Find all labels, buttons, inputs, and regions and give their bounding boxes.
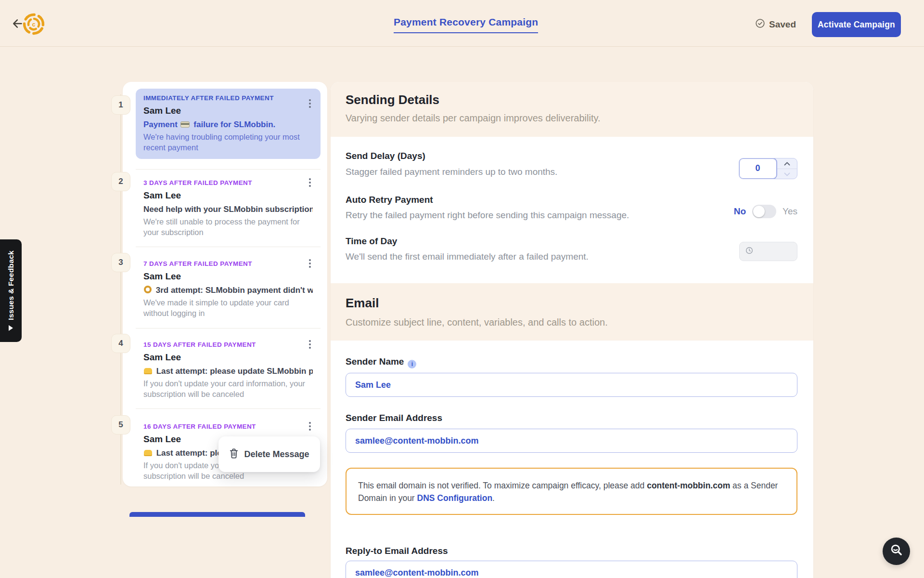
time-of-day-input[interactable]: [739, 242, 797, 261]
send-delay-stepper[interactable]: 0: [739, 158, 797, 179]
message-subject: Last attempt: please update SLMobbin pay…: [143, 367, 313, 376]
message-preview: We're having troubling completing your m…: [143, 132, 313, 153]
message-menu-kebab-icon[interactable]: [306, 176, 314, 189]
search-smile-icon: [889, 543, 904, 559]
email-section-subtitle: Customize subject line, content, variabl…: [346, 317, 608, 328]
message-subject: 3rd attempt: SLMobbin payment didn't wor…: [143, 286, 313, 295]
auto-retry-toggle[interactable]: [752, 205, 776, 218]
message-timing-label: 3 DAYS AFTER FAILED PAYMENT: [143, 179, 313, 186]
message-menu-kebab-icon[interactable]: [306, 420, 314, 433]
sender-email-input[interactable]: [346, 429, 797, 453]
step-number-badge-4: 4: [111, 334, 130, 353]
send-delay-label: Send Delay (Days): [346, 151, 425, 161]
card-divider: [136, 328, 321, 328]
delete-message-item[interactable]: Delete Message: [244, 449, 309, 460]
step-number-badge-5: 5: [111, 415, 130, 434]
warning-text: This email domain is not verified. To ma…: [358, 481, 647, 490]
auto-retry-control: No Yes: [734, 205, 797, 218]
message-sender-name: Sam Lee: [143, 105, 313, 116]
auto-retry-description: Retry the failed payment right before se…: [346, 210, 629, 221]
message-subject: Need help with your SLMobbin subscriptio…: [143, 205, 313, 214]
message-preview: We've made it simple to update your card…: [143, 298, 313, 319]
top-bar: c Payment Recovery Campaign Saved Activa…: [0, 0, 924, 47]
message-sender-name: Sam Lee: [143, 352, 313, 363]
message-menu-kebab-icon[interactable]: [306, 97, 314, 110]
card-divider: [136, 408, 321, 409]
time-of-day-description: We'll send the first email immediately a…: [346, 251, 589, 262]
message-timing-label: 16 DAYS AFTER FAILED PAYMENT: [143, 423, 313, 430]
issues-feedback-tab[interactable]: Issues & Feedback: [0, 239, 22, 342]
message-timeline-panel: IMMEDIATELY AFTER FAILED PAYMENTSam LeeP…: [123, 82, 327, 486]
feedback-arrow-icon: [9, 325, 13, 331]
domain-verification-warning: This email domain is not verified. To ma…: [346, 468, 797, 515]
issues-feedback-label: Issues & Feedback: [7, 250, 15, 320]
card-divider: [136, 169, 321, 170]
email-section-title: Email: [346, 296, 379, 311]
message-menu-kebab-icon[interactable]: [306, 338, 314, 351]
email-section-header: Email Customize subject line, content, v…: [331, 283, 813, 341]
message-preview: We're still unable to process the paymen…: [143, 217, 313, 238]
step-number-badge-2: 2: [111, 172, 130, 191]
message-timing-label: 7 DAYS AFTER FAILED PAYMENT: [143, 260, 313, 267]
activate-campaign-button[interactable]: Activate Campaign: [812, 12, 901, 37]
stepper-increment-button[interactable]: [777, 158, 797, 169]
chevron-up-icon: [784, 159, 790, 168]
saved-status: Saved: [755, 18, 796, 30]
send-delay-description: Stagger failed payment reminders up to t…: [346, 167, 557, 177]
dns-configuration-link[interactable]: DNS Configuration: [417, 493, 493, 503]
message-sender-name: Sam Lee: [143, 190, 313, 201]
warning-domain: content-mobbin.com: [647, 481, 730, 490]
message-timing-label: 15 DAYS AFTER FAILED PAYMENT: [143, 341, 313, 348]
auto-retry-label: Auto Retry Payment: [346, 195, 433, 205]
chevron-down-icon: [784, 170, 790, 178]
warning-text-3: .: [492, 493, 495, 503]
toggle-no-label[interactable]: No: [734, 206, 746, 217]
message-card-3[interactable]: 7 DAYS AFTER FAILED PAYMENTSam Lee 3rd a…: [136, 254, 321, 325]
life-buoy-emoji: [144, 286, 152, 293]
raised-hands-emoji: [144, 450, 152, 456]
step-number-badge-1: 1: [111, 95, 130, 115]
trash-icon: [229, 448, 239, 460]
company-logo-icon[interactable]: c: [22, 13, 45, 36]
help-button[interactable]: [883, 538, 910, 565]
saved-status-label: Saved: [769, 19, 796, 30]
toggle-knob: [753, 206, 765, 217]
sender-name-label: Sender Namei: [346, 356, 416, 368]
message-menu-kebab-icon[interactable]: [306, 257, 314, 270]
message-card-1[interactable]: IMMEDIATELY AFTER FAILED PAYMENTSam LeeP…: [136, 89, 321, 159]
payment-recovery-campaign-page: c Payment Recovery Campaign Saved Activa…: [0, 0, 924, 578]
message-preview: If you don't update your card informatio…: [143, 379, 313, 400]
page-title[interactable]: Payment Recovery Campaign: [394, 16, 538, 33]
send-delay-value[interactable]: 0: [739, 158, 777, 179]
svg-text:c: c: [32, 21, 36, 28]
sender-name-label-text: Sender Name: [346, 356, 404, 367]
sender-email-label: Sender Email Address: [346, 413, 442, 423]
time-of-day-label: Time of Day: [346, 236, 397, 247]
credit-card-emoji: [180, 121, 190, 128]
clock-icon: [745, 247, 753, 256]
sending-details-title: Sending Details: [346, 92, 439, 107]
check-circle-icon: [755, 18, 765, 30]
message-sender-name: Sam Lee: [143, 271, 313, 282]
message-card-4[interactable]: 15 DAYS AFTER FAILED PAYMENTSam Lee Last…: [136, 335, 321, 406]
reply-to-label: Reply-to Email Address: [346, 546, 448, 556]
sending-details-subtitle: Varying sender details per campaign impr…: [346, 113, 601, 124]
step-number-badge-3: 3: [111, 253, 130, 272]
reply-to-input[interactable]: [346, 561, 797, 578]
info-icon[interactable]: i: [408, 360, 416, 368]
stepper-decrement-button[interactable]: [777, 169, 797, 179]
campaign-settings-panel: Sending Details Varying sender details p…: [331, 82, 813, 578]
sender-name-input[interactable]: [346, 373, 797, 397]
sending-details-header: Sending Details Varying sender details p…: [331, 82, 813, 137]
message-card-2[interactable]: 3 DAYS AFTER FAILED PAYMENTSam LeeNeed h…: [136, 173, 321, 244]
raised-hands-emoji: [144, 368, 152, 374]
card-divider: [136, 247, 321, 247]
message-timing-label: IMMEDIATELY AFTER FAILED PAYMENT: [143, 94, 313, 102]
add-message-button-edge[interactable]: [129, 512, 305, 517]
toggle-yes-label[interactable]: Yes: [783, 206, 797, 217]
message-context-menu[interactable]: Delete Message: [218, 436, 320, 472]
message-subject: Payment failure for SLMobbin.: [143, 120, 313, 130]
